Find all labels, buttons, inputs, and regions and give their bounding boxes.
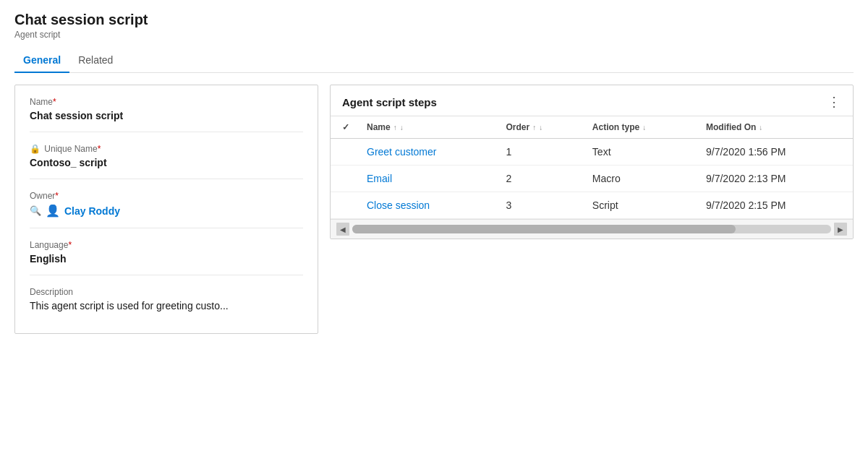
modified-on-sort-icon: ↓ bbox=[759, 124, 762, 132]
row-action-type: Script bbox=[584, 192, 697, 219]
row-modified-on: 9/7/2020 2:13 PM bbox=[697, 166, 853, 192]
col-order[interactable]: Order ↑ ↓ bbox=[498, 116, 584, 139]
unique-name-value: Contoso_ script bbox=[30, 157, 303, 168]
tab-general[interactable]: General bbox=[14, 48, 69, 73]
action-type-sort-icon: ↓ bbox=[642, 124, 646, 132]
row-modified-on: 9/7/2020 1:56 PM bbox=[697, 139, 853, 166]
name-field-group: Name* Chat session script bbox=[30, 97, 303, 132]
description-field-group: Description This agent script is used fo… bbox=[30, 287, 303, 322]
panel-title: Agent script steps bbox=[342, 96, 437, 108]
owner-name[interactable]: Clay Roddy bbox=[64, 205, 120, 217]
steps-table-container: ✓ Name ↑ ↓ Order ↑ bbox=[331, 116, 853, 219]
page-title: Chat session script bbox=[14, 12, 854, 28]
more-options-button[interactable]: ⋮ bbox=[827, 95, 841, 108]
row-name[interactable]: Email bbox=[358, 166, 498, 192]
row-name[interactable]: Greet customer bbox=[358, 139, 498, 166]
scroll-track[interactable] bbox=[352, 225, 831, 233]
name-sort-desc-icon: ↓ bbox=[400, 124, 404, 132]
order-sort-desc-icon: ↓ bbox=[539, 124, 542, 132]
left-panel: Name* Chat session script 🔒 Unique Name*… bbox=[14, 85, 318, 334]
col-name[interactable]: Name ↑ ↓ bbox=[358, 116, 498, 139]
owner-search-icon: 🔍 bbox=[30, 205, 41, 216]
scrollbar-row: ◀ ▶ bbox=[331, 219, 853, 239]
unique-name-label: 🔒 Unique Name* bbox=[30, 144, 303, 154]
tabs-bar: General Related bbox=[14, 48, 854, 73]
panel-header: Agent script steps ⋮ bbox=[331, 85, 853, 116]
row-modified-on: 9/7/2020 2:15 PM bbox=[697, 192, 853, 219]
description-value: This agent script is used for greeting c… bbox=[30, 300, 303, 312]
language-field-group: Language* English bbox=[30, 240, 303, 275]
owner-field-group: Owner* 🔍 👤 Clay Roddy bbox=[30, 191, 303, 228]
right-panel: Agent script steps ⋮ ✓ Name ↑ ↓ bbox=[330, 85, 854, 239]
owner-avatar-icon: 👤 bbox=[46, 204, 60, 218]
col-check: ✓ bbox=[331, 116, 358, 139]
table-header-row: ✓ Name ↑ ↓ Order ↑ bbox=[331, 116, 853, 139]
row-order: 3 bbox=[498, 192, 584, 219]
steps-table: ✓ Name ↑ ↓ Order ↑ bbox=[331, 116, 853, 219]
unique-name-field-group: 🔒 Unique Name* Contoso_ script bbox=[30, 144, 303, 179]
description-label: Description bbox=[30, 287, 303, 297]
lock-icon: 🔒 bbox=[30, 144, 41, 154]
language-value: English bbox=[30, 253, 303, 265]
row-check bbox=[331, 166, 358, 192]
order-sort-asc-icon: ↑ bbox=[532, 124, 536, 132]
col-modified-on[interactable]: Modified On ↓ bbox=[697, 116, 853, 139]
row-name[interactable]: Close session bbox=[358, 192, 498, 219]
row-check bbox=[331, 192, 358, 219]
scroll-right-button[interactable]: ▶ bbox=[834, 223, 847, 236]
page-subtitle: Agent script bbox=[14, 30, 854, 40]
col-action-type[interactable]: Action type ↓ bbox=[584, 116, 697, 139]
row-order: 2 bbox=[498, 166, 584, 192]
tab-related[interactable]: Related bbox=[69, 48, 122, 73]
name-value: Chat session script bbox=[30, 110, 303, 121]
row-order: 1 bbox=[498, 139, 584, 166]
table-row: Greet customer1Text9/7/2020 1:56 PM bbox=[331, 139, 853, 166]
check-icon: ✓ bbox=[342, 122, 349, 132]
scroll-left-button[interactable]: ◀ bbox=[336, 223, 349, 236]
table-row: Close session3Script9/7/2020 2:15 PM bbox=[331, 192, 853, 219]
language-label: Language* bbox=[30, 240, 303, 250]
name-label: Name* bbox=[30, 97, 303, 107]
owner-row: 🔍 👤 Clay Roddy bbox=[30, 204, 303, 218]
owner-label: Owner* bbox=[30, 191, 303, 201]
name-sort-asc-icon: ↑ bbox=[393, 124, 397, 132]
row-action-type: Macro bbox=[584, 166, 697, 192]
scroll-thumb bbox=[352, 225, 736, 233]
row-action-type: Text bbox=[584, 139, 697, 166]
table-row: Email2Macro9/7/2020 2:13 PM bbox=[331, 166, 853, 192]
row-check bbox=[331, 139, 358, 166]
